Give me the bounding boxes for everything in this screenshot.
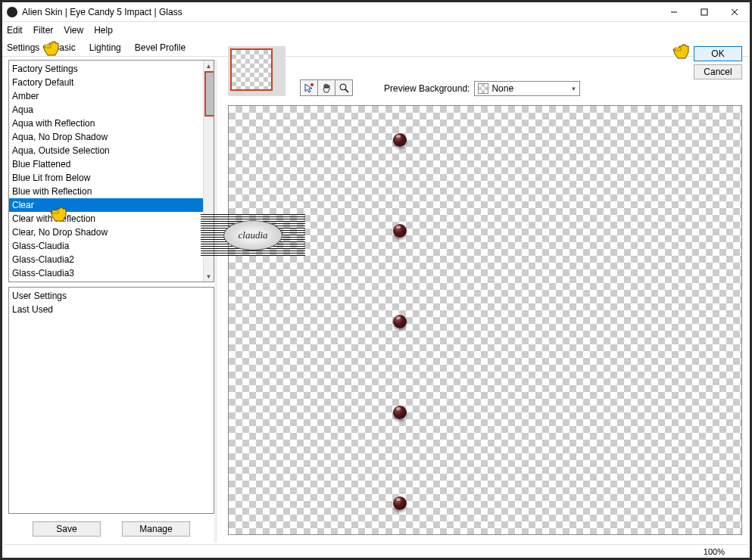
window-title: Alien Skin | Eye Candy 5 Impact | Glass [22,7,659,17]
pointer-tool-icon[interactable] [300,79,318,96]
tab-bevel-profile[interactable]: Bevel Profile [135,42,186,53]
list-item[interactable]: Glass-Claudia2 [9,253,214,266]
list-item[interactable]: Amber [9,89,214,103]
cancel-button[interactable]: Cancel [694,64,742,79]
svg-point-6 [340,84,346,90]
watermark-badge: claudia [201,214,305,257]
tab-basic[interactable]: Basic [53,42,75,53]
list-item[interactable]: Blue with Reflection [9,185,214,198]
scroll-thumb[interactable] [204,71,214,117]
list-item[interactable]: Clear [9,198,214,212]
list-item[interactable]: Glass-Claudia3 [9,266,214,280]
zoom-tool-icon[interactable] [335,79,353,96]
menu-edit[interactable]: Edit [7,25,23,36]
combo-value: None [491,83,570,94]
list-item[interactable]: Last Used [9,303,214,316]
preview-object [393,133,407,147]
factory-settings-list[interactable]: Factory SettingsFactory DefaultAmberAqua… [8,60,214,282]
preview-panel: Preview Background: None ▼ OK Cancel [217,60,744,543]
window-controls [659,2,750,21]
list-item[interactable]: Clear, No Drop Shadow [9,226,214,239]
list-item[interactable]: Aqua, No Drop Shadow [9,130,214,144]
menu-filter[interactable]: Filter [33,25,54,36]
settings-buttons: Save Manage [8,518,214,543]
dialog-buttons: OK Cancel [694,46,742,79]
preview-background-combo[interactable]: None ▼ [474,81,580,96]
preview-canvas[interactable] [228,105,742,535]
app-icon [7,7,17,17]
list-item[interactable]: Blue Lit from Below [9,171,214,185]
statusbar: 100% [5,544,747,558]
list-item[interactable]: Aqua [9,103,214,117]
scroll-down-icon[interactable]: ▼ [204,271,214,282]
watermark-text: claudia [223,220,282,250]
hand-tool-icon[interactable] [317,79,335,96]
preview-object [393,496,407,510]
maximize-button[interactable] [689,2,719,21]
titlebar: Alien Skin | Eye Candy 5 Impact | Glass [2,2,750,22]
menu-help[interactable]: Help [94,25,113,36]
close-button[interactable] [719,2,750,21]
tab-lighting[interactable]: Lighting [89,42,121,53]
transparency-swatch-icon [478,83,488,94]
list-item[interactable]: Clear with Reflection [9,212,214,226]
manage-button[interactable]: Manage [122,521,190,537]
menu-view[interactable]: View [64,25,83,36]
chevron-down-icon: ▼ [570,86,576,92]
preview-object [393,406,407,419]
svg-line-7 [345,89,348,92]
list-item[interactable]: Factory Default [9,76,214,89]
thumbnail-strip [228,46,286,96]
preview-background-row: Preview Background: None ▼ [384,81,580,96]
list-item[interactable]: User Settings [9,289,214,303]
preview-object [393,224,407,238]
list-item[interactable]: Factory Settings [9,62,214,76]
zoom-level: 100% [704,547,725,556]
thumbnail[interactable] [228,46,286,96]
preview-object [393,315,407,328]
svg-rect-1 [701,9,707,15]
list-item[interactable]: Aqua, Outside Selection [9,144,214,157]
user-settings-list[interactable]: User SettingsLast Used [8,287,214,514]
tabbar: Settings Basic Lighting Bevel Profile [2,39,750,57]
save-button[interactable]: Save [33,521,101,537]
ok-button[interactable]: OK [694,46,742,61]
menubar: Edit Filter View Help [2,22,750,39]
content-area: Factory SettingsFactory DefaultAmberAqua… [8,60,744,543]
tab-settings[interactable]: Settings [7,42,39,53]
settings-panel: Factory SettingsFactory DefaultAmberAqua… [8,60,214,543]
preview-background-label: Preview Background: [384,83,470,94]
list-item[interactable]: Blue Flattened [9,157,214,171]
minimize-button[interactable] [659,2,689,21]
preview-tools [301,79,353,96]
scroll-up-icon[interactable]: ▲ [204,61,214,71]
list-item[interactable]: Glass-Claudia [9,239,214,253]
svg-point-5 [310,83,314,86]
list-item[interactable]: Aqua with Reflection [9,117,214,130]
